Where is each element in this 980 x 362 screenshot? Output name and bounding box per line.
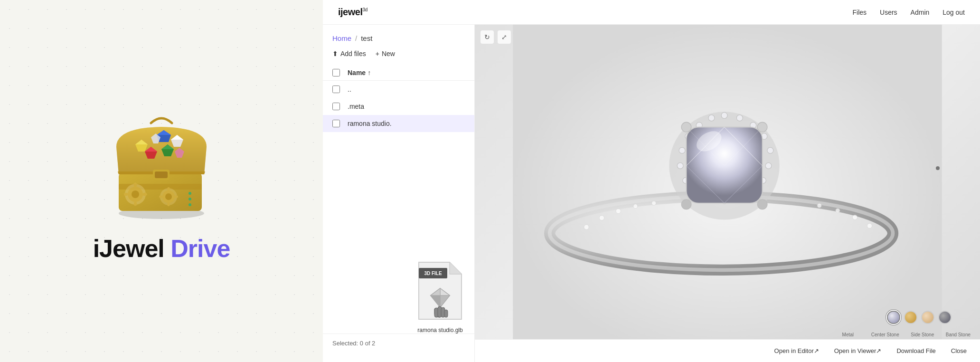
swatch-band-stone[interactable] <box>938 311 952 324</box>
right-panel: ijewel3d Files Users Admin Log out Home … <box>323 0 980 362</box>
main-content: Home / test ⬆ Add files + New <box>323 25 980 362</box>
close-button[interactable]: Close <box>947 345 971 356</box>
expand-button[interactable]: ⤢ <box>498 30 511 44</box>
svg-point-89 <box>681 200 691 210</box>
new-label: New <box>382 50 395 57</box>
svg-point-53 <box>616 209 621 213</box>
svg-point-56 <box>817 203 821 208</box>
row-checkbox-0[interactable] <box>332 86 340 93</box>
nav-files[interactable]: Files <box>852 9 867 16</box>
breadcrumb-separator: / <box>355 34 357 42</box>
name-header-label: Name <box>348 69 366 76</box>
name-column-header[interactable]: Name ↑ <box>348 69 371 76</box>
open-viewer-button[interactable]: Open in Viewer↗ <box>830 345 886 356</box>
swatch-side-stone[interactable] <box>921 311 934 324</box>
file-name-0: .. <box>348 86 351 93</box>
svg-point-58 <box>852 215 857 219</box>
svg-point-90 <box>757 200 767 210</box>
swatch-labels: Metal Center Stone Side Stone Band Stone <box>836 332 971 337</box>
label-side-stone: Side Stone <box>911 332 934 337</box>
file-popup-name: ramona studio.glb <box>417 327 462 333</box>
label-center-stone: Center Stone <box>871 332 899 337</box>
left-panel: iJewel Drive <box>0 0 323 362</box>
refresh-icon: ↻ <box>484 33 490 41</box>
file-toolbar: ⬆ Add files + New <box>323 50 474 65</box>
svg-rect-36 <box>155 171 168 178</box>
plus-icon: + <box>376 50 379 57</box>
top-nav: ijewel3d Files Users Admin Log out <box>323 0 980 25</box>
svg-point-87 <box>681 122 691 132</box>
file-name-2: ramona studio. <box>348 120 392 127</box>
svg-point-34 <box>188 203 191 206</box>
nav-logout[interactable]: Log out <box>942 9 965 16</box>
svg-point-65 <box>767 147 773 153</box>
svg-point-66 <box>765 162 772 169</box>
sort-icon: ↑ <box>368 69 371 76</box>
svg-rect-17 <box>167 203 170 206</box>
download-file-button[interactable]: Download File <box>893 345 939 356</box>
add-files-button[interactable]: ⬆ Add files <box>332 50 366 57</box>
svg-text:3D FILE: 3D FILE <box>424 271 442 276</box>
preview-toolbar: ↻ ⤢ <box>481 30 511 44</box>
file-browser: Home / test ⬆ Add files + New <box>323 25 475 362</box>
open-editor-button[interactable]: Open in Editor↗ <box>771 345 823 356</box>
svg-point-62 <box>736 115 743 121</box>
row-checkbox-2[interactable] <box>332 120 340 127</box>
logo-sup: 3d <box>362 7 368 12</box>
brand-suffix: Drive <box>170 235 230 262</box>
color-swatches <box>887 311 952 324</box>
svg-point-88 <box>757 122 767 132</box>
upload-icon: ⬆ <box>332 50 338 57</box>
svg-point-59 <box>867 223 872 228</box>
refresh-button[interactable]: ↻ <box>481 30 494 44</box>
label-band-stone: Band Stone <box>946 332 971 337</box>
table-row[interactable]: ramona studio. <box>323 115 474 132</box>
file-name-1: .meta <box>348 103 364 110</box>
swatch-metal[interactable] <box>887 311 900 324</box>
table-row[interactable]: .meta <box>323 98 474 115</box>
svg-point-51 <box>584 225 589 229</box>
svg-point-61 <box>721 113 727 119</box>
svg-rect-18 <box>159 196 162 198</box>
brand-title: iJewel Drive <box>93 234 230 263</box>
breadcrumb-current: test <box>361 34 372 42</box>
svg-point-74 <box>677 162 683 169</box>
nav-links: Files Users Admin Log out <box>852 9 965 16</box>
swatch-center-stone[interactable] <box>904 311 917 324</box>
treasure-chest-image <box>100 99 223 223</box>
nav-users[interactable]: Users <box>880 9 897 16</box>
svg-rect-16 <box>167 187 170 191</box>
svg-rect-8 <box>134 202 137 206</box>
svg-point-32 <box>188 192 191 195</box>
expand-icon: ⤢ <box>501 33 507 41</box>
svg-point-6 <box>132 191 139 198</box>
brand-name: iJewel <box>93 235 164 262</box>
svg-point-15 <box>165 193 172 200</box>
svg-point-54 <box>633 204 638 209</box>
svg-point-75 <box>679 147 685 153</box>
file-popup: 3D FILE <box>414 257 466 333</box>
preview-bottom-bar: Open in Editor↗ Open in Viewer↗ Download… <box>475 339 980 362</box>
svg-point-57 <box>836 209 840 213</box>
row-checkbox-1[interactable] <box>332 103 340 110</box>
file-icon-3d: 3D FILE <box>414 257 466 324</box>
svg-rect-19 <box>175 196 178 198</box>
label-metal: Metal <box>836 332 860 337</box>
left-content: iJewel Drive <box>93 99 230 263</box>
logo: ijewel3d <box>338 7 368 18</box>
file-table-header: Name ↑ <box>323 65 474 81</box>
select-all-checkbox[interactable] <box>332 69 340 76</box>
breadcrumb-home[interactable]: Home <box>332 34 351 42</box>
logo-text: ijewel <box>338 7 362 17</box>
svg-point-52 <box>599 215 604 220</box>
table-row[interactable]: .. <box>323 81 474 98</box>
add-files-label: Add files <box>340 50 366 57</box>
new-button[interactable]: + New <box>376 50 395 57</box>
breadcrumb: Home / test <box>323 34 474 50</box>
preview-area: ↻ ⤢ <box>475 25 980 362</box>
svg-rect-9 <box>124 193 128 196</box>
svg-point-55 <box>652 201 656 205</box>
nav-admin[interactable]: Admin <box>911 9 930 16</box>
svg-point-33 <box>188 198 191 200</box>
svg-rect-47 <box>444 310 448 317</box>
